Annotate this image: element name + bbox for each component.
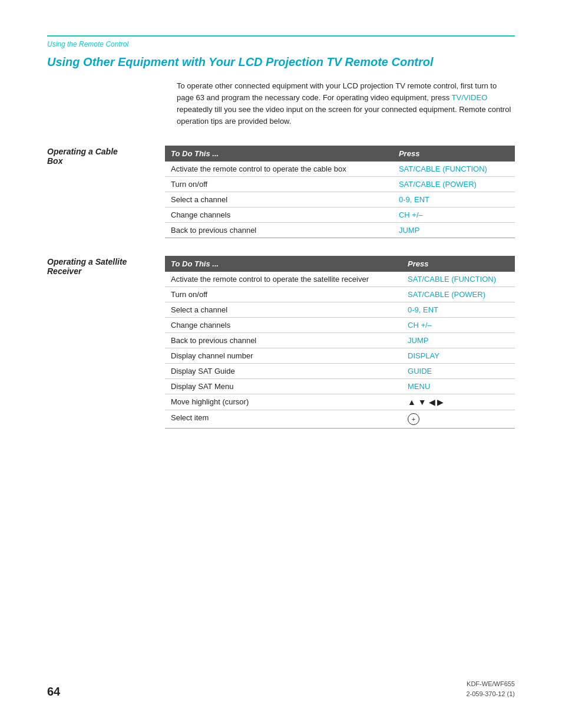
todo-cell: Select a channel	[165, 302, 402, 317]
intro-before: To operate other connected equipment wit…	[177, 81, 497, 102]
table-row: Turn on/offSAT/CABLE (POWER)	[165, 286, 515, 302]
model-line1: KDF-WE/WF655	[466, 679, 515, 689]
todo-cell: Activate the remote control to operate t…	[165, 162, 393, 177]
press-cell: JUMP	[393, 222, 515, 238]
table-row: Change channelsCH +/–	[165, 317, 515, 332]
cable-box-heading: Operating a Cable Box	[47, 146, 165, 238]
press-cell: GUIDE	[402, 363, 515, 378]
todo-cell: Back to previous channel	[165, 222, 393, 238]
intro-after: repeatedly till you see the video input …	[177, 105, 511, 126]
satellite-table: To Do This ... Press Activate the remote…	[165, 256, 515, 429]
todo-cell: Back to previous channel	[165, 332, 402, 348]
press-cell: MENU	[402, 378, 515, 394]
todo-cell: Move highlight (cursor)	[165, 394, 402, 410]
satellite-table-area: To Do This ... Press Activate the remote…	[165, 256, 515, 429]
todo-cell: Activate the remote control to operate t…	[165, 272, 402, 287]
top-rule	[47, 35, 515, 37]
cable-col1-header: To Do This ...	[165, 146, 393, 162]
table-row: Select a channel0-9, ENT	[165, 192, 515, 207]
todo-cell: Change channels	[165, 317, 402, 332]
todo-cell: Display SAT Menu	[165, 378, 402, 394]
cable-box-table: To Do This ... Press Activate the remote…	[165, 146, 515, 238]
todo-cell: Display channel number	[165, 348, 402, 363]
table-row: Select a channel0-9, ENT	[165, 302, 515, 317]
model-info: KDF-WE/WF655 2-059-370-12 (1)	[466, 679, 515, 699]
section-label: Using the Remote Control	[47, 40, 515, 48]
table-row: Change channelsCH +/–	[165, 207, 515, 222]
press-cell: SAT/CABLE (POWER)	[402, 286, 515, 302]
table-row: Move highlight (cursor)▲ ▼ ◀ ▶	[165, 394, 515, 410]
page-container: Using the Remote Control Using Other Equ…	[0, 0, 562, 482]
todo-cell: Turn on/off	[165, 286, 402, 302]
table-row: Back to previous channelJUMP	[165, 222, 515, 238]
cable-box-section: Operating a Cable Box To Do This ... Pre…	[47, 146, 515, 238]
sat-col1-header: To Do This ...	[165, 256, 402, 272]
press-cell: SAT/CABLE (FUNCTION)	[393, 162, 515, 177]
model-line2: 2-059-370-12 (1)	[466, 689, 515, 699]
press-cell: JUMP	[402, 332, 515, 348]
table-row: Activate the remote control to operate t…	[165, 162, 515, 177]
satellite-heading: Operating a Satellite Receiver	[47, 256, 165, 429]
table-row: Activate the remote control to operate t…	[165, 272, 515, 287]
todo-cell: Select item	[165, 410, 402, 428]
main-title: Using Other Equipment with Your LCD Proj…	[47, 54, 515, 70]
cable-col2-header: Press	[393, 146, 515, 162]
table-row: Turn on/offSAT/CABLE (POWER)	[165, 176, 515, 192]
table-row: Display channel numberDISPLAY	[165, 348, 515, 363]
press-cell: SAT/CABLE (POWER)	[393, 176, 515, 192]
todo-cell: Display SAT Guide	[165, 363, 402, 378]
sat-col2-header: Press	[402, 256, 515, 272]
press-cell: CH +/–	[393, 207, 515, 222]
intro-cyan: TV/VIDEO	[452, 93, 488, 102]
table-row: Select item+	[165, 410, 515, 428]
press-cell: SAT/CABLE (FUNCTION)	[402, 272, 515, 287]
table-row: Display SAT GuideGUIDE	[165, 363, 515, 378]
todo-cell: Turn on/off	[165, 176, 393, 192]
press-cell: 0-9, ENT	[393, 192, 515, 207]
press-cell: +	[402, 410, 515, 428]
todo-cell: Change channels	[165, 207, 393, 222]
todo-cell: Select a channel	[165, 192, 393, 207]
press-cell: CH +/–	[402, 317, 515, 332]
press-cell: ▲ ▼ ◀ ▶	[402, 394, 515, 410]
intro-text: To operate other connected equipment wit…	[177, 80, 515, 128]
press-cell: 0-9, ENT	[402, 302, 515, 317]
satellite-section: Operating a Satellite Receiver To Do Thi…	[47, 256, 515, 429]
table-row: Back to previous channelJUMP	[165, 332, 515, 348]
table-row: Display SAT MenuMENU	[165, 378, 515, 394]
page-footer: 64 KDF-WE/WF655 2-059-370-12 (1)	[47, 679, 515, 699]
press-cell: DISPLAY	[402, 348, 515, 363]
page-number: 64	[47, 685, 60, 699]
cable-box-table-area: To Do This ... Press Activate the remote…	[165, 146, 515, 238]
